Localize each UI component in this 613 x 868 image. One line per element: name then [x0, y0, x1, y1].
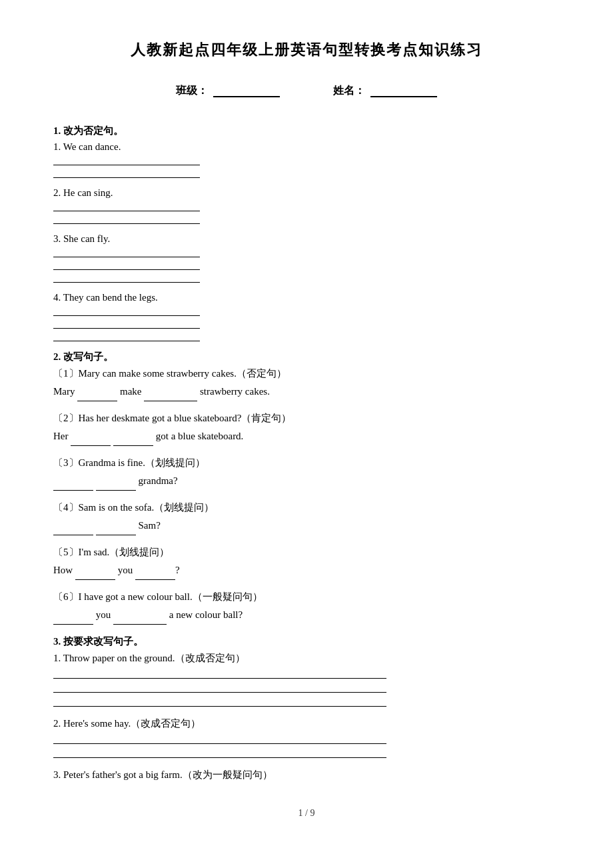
class-underline — [213, 85, 280, 97]
page-footer: 1 / 9 — [53, 808, 560, 819]
s3-line-1b — [53, 681, 386, 693]
section-2: 2. 改写句子。 〔1〕Mary can make some strawberr… — [53, 351, 560, 625]
section-3-title: 3. 按要求改写句子。 — [53, 635, 560, 648]
section-3: 3. 按要求改写句子。 1. Throw paper on the ground… — [53, 635, 560, 781]
s2-fill-2: Her got a blue skateboard. — [53, 426, 560, 446]
section2-item-1: 〔1〕Mary can make some strawberry cakes.（… — [53, 367, 560, 401]
sentence-3-text: 3. She can fly. — [53, 233, 560, 245]
s2-bracket-4: 〔4〕Sam is on the sofa.（划线提问） — [53, 501, 560, 514]
answer-line-3b — [53, 259, 200, 270]
sentence-2-text: 2. He can sing. — [53, 187, 560, 199]
s2-fill-5: How you ? — [53, 560, 560, 580]
sentence-1-text: 1. We can dance. — [53, 141, 560, 153]
answer-line-2b — [53, 213, 200, 224]
blank-s2-6a — [53, 614, 93, 625]
name-label: 姓名： — [333, 84, 365, 98]
blank-s2-5a — [75, 569, 115, 580]
page-number: 1 / 9 — [299, 808, 315, 818]
name-field: 姓名： — [333, 84, 437, 98]
section1-item-2: 2. He can sing. — [53, 187, 560, 224]
section2-item-3: 〔3〕Grandma is fine.（划线提问） grandma? — [53, 457, 560, 491]
section1-item-1: 1. We can dance. — [53, 141, 560, 178]
section3-item-3: 3. Peter's father's got a big farm.（改为一般… — [53, 769, 560, 781]
answer-line-1b — [53, 167, 200, 178]
blank-s2-2a — [71, 435, 111, 446]
class-field: 班级： — [176, 84, 280, 98]
page-title: 人教新起点四年级上册英语句型转换考点知识练习 — [53, 40, 560, 60]
section3-item-2: 2. Here's some hay.（改成否定句） — [53, 717, 560, 758]
answer-lines-1 — [53, 155, 560, 178]
s2-bracket-2: 〔2〕Has her deskmate got a blue skateboar… — [53, 412, 560, 425]
answer-line-4a — [53, 305, 200, 316]
header-row: 班级： 姓名： — [53, 84, 560, 98]
s3-sentence-2: 2. Here's some hay.（改成否定句） — [53, 717, 560, 730]
section-2-title: 2. 改写句子。 — [53, 351, 560, 363]
blank-s2-3a — [53, 480, 93, 491]
answer-line-3c — [53, 272, 200, 283]
section2-item-4: 〔4〕Sam is on the sofa.（划线提问） Sam? — [53, 501, 560, 535]
blank-s2-6b — [113, 614, 167, 625]
s3-line-1a — [53, 667, 386, 679]
name-underline — [370, 85, 437, 97]
s3-lines-1 — [53, 667, 560, 707]
answer-line-1a — [53, 155, 200, 165]
blank-s2-4a — [53, 525, 93, 535]
answer-lines-4 — [53, 305, 560, 341]
answer-line-2a — [53, 201, 200, 211]
blank-s2-3b — [96, 480, 136, 491]
s3-line-1c — [53, 695, 386, 707]
s2-bracket-5: 〔5〕I'm sad.（划线提问） — [53, 546, 560, 559]
blank-s2-1a — [77, 391, 117, 401]
class-label: 班级： — [176, 84, 208, 98]
section2-item-2: 〔2〕Has her deskmate got a blue skateboar… — [53, 412, 560, 446]
s2-fill-1: Mary make strawberry cakes. — [53, 381, 560, 401]
answer-line-4b — [53, 318, 200, 329]
s2-fill-6: you a new colour ball? — [53, 605, 560, 625]
blank-s2-2b — [113, 435, 153, 446]
sentence-4-text: 4. They can bend the legs. — [53, 292, 560, 303]
s2-bracket-3: 〔3〕Grandma is fine.（划线提问） — [53, 457, 560, 469]
section-1: 1. 改为否定句。 1. We can dance. 2. He can sin… — [53, 125, 560, 341]
s2-bracket-1: 〔1〕Mary can make some strawberry cakes.（… — [53, 367, 560, 380]
s3-line-2a — [53, 732, 386, 744]
s3-line-2b — [53, 746, 386, 758]
section2-item-6: 〔6〕I have got a new colour ball.（一般疑问句） … — [53, 591, 560, 625]
blank-s2-1b — [144, 391, 197, 401]
s3-sentence-3: 3. Peter's father's got a big farm.（改为一般… — [53, 769, 560, 781]
section2-item-5: 〔5〕I'm sad.（划线提问） How you ? — [53, 546, 560, 580]
s2-bracket-6: 〔6〕I have got a new colour ball.（一般疑问句） — [53, 591, 560, 603]
s2-fill-4: Sam? — [53, 515, 560, 535]
blank-s2-5b — [135, 569, 175, 580]
section1-item-4: 4. They can bend the legs. — [53, 292, 560, 341]
s3-sentence-1: 1. Throw paper on the ground.（改成否定句） — [53, 652, 560, 665]
s2-fill-3: grandma? — [53, 471, 560, 491]
section3-item-1: 1. Throw paper on the ground.（改成否定句） — [53, 652, 560, 707]
answer-line-4c — [53, 331, 200, 341]
s3-lines-2 — [53, 732, 560, 758]
answer-lines-3 — [53, 247, 560, 283]
blank-s2-4b — [96, 525, 136, 535]
section-1-title: 1. 改为否定句。 — [53, 125, 560, 137]
section1-item-3: 3. She can fly. — [53, 233, 560, 283]
answer-line-3a — [53, 247, 200, 257]
answer-lines-2 — [53, 201, 560, 224]
